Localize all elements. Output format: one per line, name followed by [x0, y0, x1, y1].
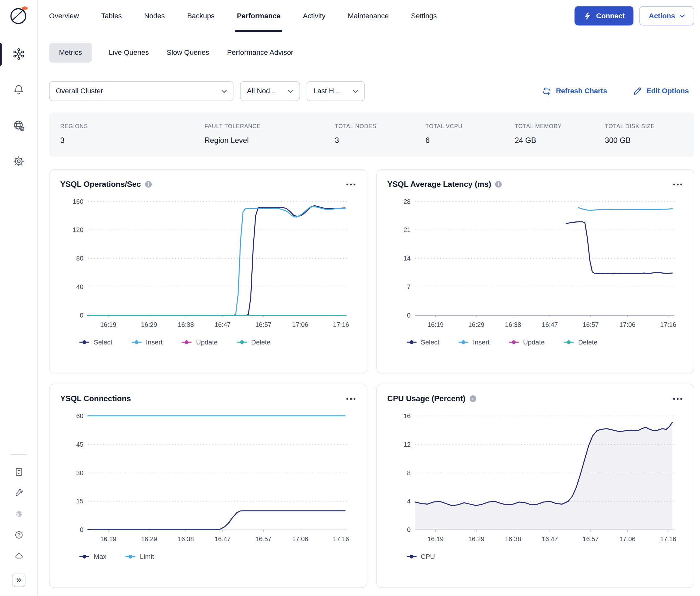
legend-item-max[interactable]: Max [79, 553, 107, 561]
tab-maintenance[interactable]: Maintenance [348, 0, 389, 32]
legend-label: Update [196, 338, 217, 346]
svg-text:4: 4 [407, 498, 410, 505]
svg-text:16:57: 16:57 [255, 321, 271, 328]
slack-icon[interactable] [14, 509, 24, 519]
chart-legend: SelectInsertUpdateDelete [406, 338, 683, 346]
chart-legend: CPU [406, 553, 683, 561]
svg-text:8: 8 [407, 469, 410, 476]
stat-total-vcpu: TOTAL vCPU 6 [425, 123, 515, 145]
sidebar-collapse-button[interactable] [12, 574, 26, 587]
sidebar-divider [10, 454, 27, 455]
chart-menu-button[interactable] [345, 395, 356, 402]
time-range-select[interactable]: Last H... [307, 81, 365, 101]
svg-text:16:38: 16:38 [178, 536, 194, 543]
svg-text:16:57: 16:57 [255, 536, 271, 543]
clusters-icon[interactable] [12, 47, 26, 61]
svg-text:16:38: 16:38 [505, 321, 521, 328]
nodes-select-value: All Nod... [247, 87, 276, 95]
tab-performance[interactable]: Performance [237, 0, 281, 32]
legend-item-update[interactable]: Update [181, 338, 217, 346]
subtab-performance-advisor[interactable]: Performance Advisor [226, 43, 294, 63]
legend-item-insert[interactable]: Insert [131, 338, 162, 346]
docs-icon[interactable] [14, 467, 24, 477]
charts-grid: YSQL Operations/Sec i 0408012016016:1916… [49, 169, 694, 588]
tab-settings[interactable]: Settings [411, 0, 437, 32]
legend-label: Update [523, 338, 544, 346]
cluster-select[interactable]: Overall Cluster [49, 81, 233, 101]
help-icon[interactable] [14, 530, 24, 540]
nodes-select[interactable]: All Nod... [240, 81, 300, 101]
edit-options-button[interactable]: Edit Options [632, 86, 689, 96]
tab-tables[interactable]: Tables [101, 0, 122, 32]
svg-text:16:57: 16:57 [582, 536, 598, 543]
yugabyte-logo[interactable] [8, 5, 29, 28]
cluster-tab-bar: Overview Tables Nodes Backups Performanc… [38, 0, 700, 32]
lightning-icon [584, 11, 592, 20]
tab-nodes[interactable]: Nodes [144, 0, 164, 32]
chart-menu-button[interactable] [345, 181, 356, 188]
svg-text:16:29: 16:29 [141, 321, 157, 328]
subtab-slow-queries[interactable]: Slow Queries [166, 43, 210, 63]
cluster-select-value: Overall Cluster [56, 87, 103, 95]
svg-text:16:57: 16:57 [582, 321, 598, 328]
main-content: Overview Tables Nodes Backups Performanc… [38, 0, 700, 596]
legend-item-limit[interactable]: Limit [125, 553, 154, 561]
legend-item-delete[interactable]: Delete [563, 338, 597, 346]
active-nav-indicator [0, 43, 2, 66]
regions-globe-icon[interactable] [12, 119, 26, 132]
chart-title: YSQL Connections [60, 394, 131, 403]
stat-label: FAULT TOLERANCE [204, 123, 335, 130]
tab-activity[interactable]: Activity [303, 0, 326, 32]
tab-overview[interactable]: Overview [49, 0, 79, 32]
svg-text:12: 12 [403, 441, 410, 448]
time-range-select-value: Last H... [313, 87, 340, 95]
connect-label: Connect [596, 12, 625, 20]
actions-label: Actions [649, 12, 675, 20]
chart-card-cpu-usage: CPU Usage (Percent) i 048121616:1916:291… [376, 384, 694, 588]
cloud-icon[interactable] [14, 551, 24, 561]
info-icon[interactable]: i [469, 395, 476, 402]
chart-menu-button[interactable] [672, 181, 683, 188]
svg-text:30: 30 [76, 469, 83, 476]
tools-wrench-icon[interactable] [14, 488, 24, 498]
settings-gear-icon[interactable] [12, 154, 26, 168]
tab-backups[interactable]: Backups [187, 0, 214, 32]
svg-text:16:47: 16:47 [214, 536, 231, 543]
legend-item-select[interactable]: Select [79, 338, 112, 346]
legend-item-cpu[interactable]: CPU [406, 553, 435, 561]
stat-value: 3 [335, 136, 425, 145]
chevron-down-icon [288, 90, 293, 93]
stat-total-memory: TOTAL MEMORY 24 GB [515, 123, 605, 145]
cluster-summary-bar: REGIONS 3 FAULT TOLERANCE Region Level T… [49, 113, 694, 157]
legend-item-update[interactable]: Update [508, 338, 544, 346]
svg-text:16:19: 16:19 [427, 536, 443, 543]
svg-text:16:29: 16:29 [141, 536, 157, 543]
legend-item-delete[interactable]: Delete [236, 338, 270, 346]
svg-text:7: 7 [407, 283, 410, 290]
svg-text:16:47: 16:47 [542, 536, 558, 543]
svg-text:16:19: 16:19 [427, 321, 443, 328]
stat-total-disk-size: TOTAL DISK SIZE 300 GB [605, 123, 683, 145]
subtab-metrics[interactable]: Metrics [49, 43, 92, 63]
svg-text:40: 40 [76, 283, 83, 290]
legend-item-select[interactable]: Select [406, 338, 439, 346]
alerts-bell-icon[interactable] [12, 83, 26, 96]
stat-value: 24 GB [515, 136, 605, 145]
app-window: Overview Tables Nodes Backups Performanc… [0, 0, 700, 596]
subtab-live-queries[interactable]: Live Queries [108, 43, 150, 63]
connect-button[interactable]: Connect [575, 6, 634, 26]
chart-title: CPU Usage (Percent) [387, 394, 465, 403]
chart-card-ysql-connections: YSQL Connections 01530456016:1916:2916:3… [49, 384, 367, 588]
refresh-charts-button[interactable]: Refresh Charts [542, 86, 607, 96]
legend-label: Select [421, 338, 439, 346]
legend-label: Delete [251, 338, 270, 346]
svg-text:16:19: 16:19 [100, 536, 116, 543]
actions-button[interactable]: Actions [640, 6, 694, 26]
stat-value: Region Level [204, 136, 335, 145]
info-icon[interactable]: i [145, 181, 152, 188]
legend-item-insert[interactable]: Insert [458, 338, 490, 346]
sidebar [0, 0, 38, 596]
svg-text:80: 80 [76, 255, 83, 262]
chart-menu-button[interactable] [672, 395, 683, 402]
info-icon[interactable]: i [495, 181, 502, 188]
